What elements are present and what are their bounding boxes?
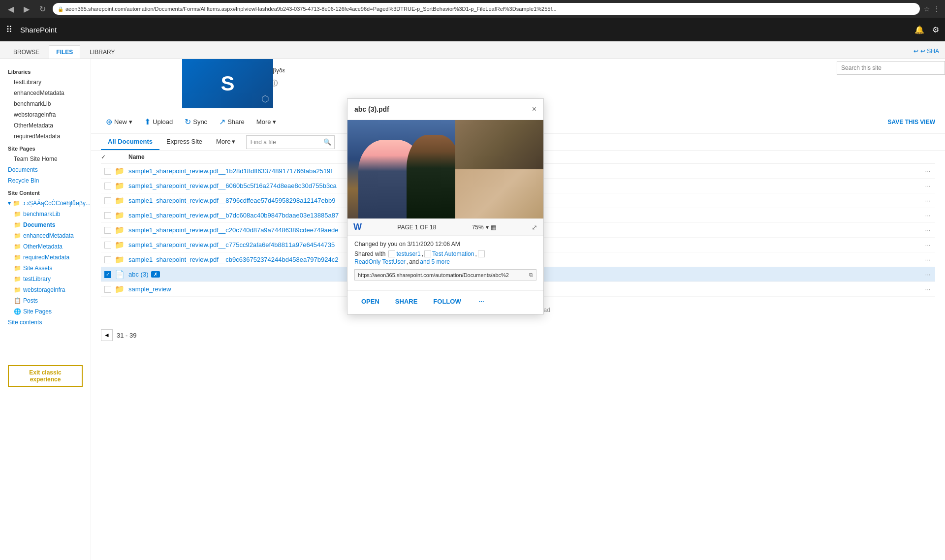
file-checkbox[interactable] [101,197,115,204]
exit-classic-button[interactable]: Exit classic experience [8,365,83,387]
file-checkbox[interactable] [101,168,115,175]
file-more-menu[interactable]: ··· [920,226,935,234]
file-checkbox[interactable]: ✓ [101,271,115,278]
sidebar-item-benchmarklib[interactable]: benchmarkLib [0,98,91,109]
shared-user-1[interactable]: testuser1 [396,250,420,257]
checkbox[interactable] [104,242,111,249]
preview-close-button[interactable]: × [532,105,536,114]
file-more-menu[interactable]: ··· [920,197,935,204]
file-checkbox[interactable] [101,227,115,234]
sidebar-item-recycle-bin[interactable]: Recycle Bin [0,175,91,186]
open-button[interactable]: OPEN [354,295,386,308]
sidebar-item-othermetadata2[interactable]: 📁 OtherMetadata [0,241,91,252]
bell-icon[interactable]: 🔔 [914,25,924,34]
settings-icon[interactable]: ⚙ [932,25,939,34]
file-checkbox[interactable] [101,256,115,263]
share-button[interactable]: SHARE [388,295,425,308]
pagination: ◄ 31 - 39 [91,323,945,347]
sidebar-item-webstorage2[interactable]: 📁 webstoragelnfra [0,284,91,295]
sidebar-item-siteassets[interactable]: 📁 Site Assets [0,263,91,274]
file-more-menu[interactable]: ··· [920,182,935,189]
sidebar-item-othermetadata[interactable]: OtherMetadata [0,120,91,131]
back-button[interactable]: ◀ [5,3,17,15]
save-view-button[interactable]: SAVE THIS VIEW [888,119,935,125]
file-more-menu[interactable]: ··· [920,256,935,263]
sidebar-item-teamsitehome[interactable]: Team Site Home [0,154,91,164]
new-button[interactable]: ⊕ New ▾ [101,114,137,129]
more-users-link[interactable]: and 5 more [420,258,450,265]
sidebar-item-benchmarklib2[interactable]: 📁 benchmarkLib [0,209,91,219]
sidebar-item-documents2[interactable]: 📁 Documents [0,219,91,230]
ribbon-share[interactable]: ↩ ↩ SHA [914,48,939,59]
more-actions-button[interactable]: ··· [472,295,491,308]
file-more-menu[interactable]: ··· [920,241,935,249]
sidebar-item-documents[interactable]: Documents [0,164,91,175]
follow-button[interactable]: FOLLOW [426,295,468,308]
share-button[interactable]: ↗ Share [214,114,250,129]
checkbox[interactable] [104,286,111,293]
tab-all-documents[interactable]: All Documents [101,134,159,150]
more-label: More [256,118,271,125]
waffle-icon[interactable]: ⠿ [6,24,12,35]
tab-library[interactable]: LIBRARY [82,45,122,59]
sidebar-item-sitecontents[interactable]: Site contents [0,317,91,328]
zoom-dropdown[interactable]: ▾ [486,224,489,231]
shared-user-3[interactable]: ReadOnly TestUser [354,258,406,265]
sidebar-item-testlibrary[interactable]: testLibrary [0,77,91,88]
checkbox[interactable] [104,197,111,204]
sidebar-item-enhancedmetadata[interactable]: enhancedMetadata [0,88,91,98]
checkbox[interactable] [104,168,111,175]
checkbox[interactable] [104,183,111,189]
sidebar-item-webstorage[interactable]: webstoragelnfra [0,109,91,120]
checkbox[interactable] [104,256,111,263]
tab-browse[interactable]: BROWSE [6,45,47,59]
file-checkbox[interactable] [101,212,115,219]
browser-actions: ☆ ⋮ [924,5,940,13]
checkbox[interactable] [104,212,111,219]
file-checkbox[interactable] [101,242,115,249]
browser-menu-button[interactable]: ⋮ [933,5,940,13]
sidebar-item-requiredmetadata2[interactable]: 📁 requiredMetadata [0,252,91,263]
bookmark-button[interactable]: ☆ [924,5,930,13]
sidebar-item-enhancedmetadata2[interactable]: 📁 enhancedMetadata [0,230,91,241]
sync-label: Sync [193,118,207,125]
copy-link-icon[interactable]: ⧉ [529,272,533,278]
expand-icon[interactable]: ⤢ [532,223,537,231]
sp-header: ⠿ SharePoint 🔔 ⚙ [0,18,945,41]
folder-icon: 📁 [115,284,128,294]
share-icon: ↩ [914,48,918,55]
zoom-value: 75% [472,224,484,231]
upload-button[interactable]: ⬆ Upload [139,114,178,129]
tab-express-site[interactable]: Express Site [159,134,209,150]
tab-more[interactable]: More ▾ [209,134,242,150]
prev-page-button[interactable]: ◄ [101,329,113,341]
checkbox[interactable]: ✓ [104,271,111,278]
file-more-menu[interactable]: ··· [920,271,935,278]
sidebar-item-sitepages[interactable]: 🌐 Site Pages [0,306,91,317]
sidebar-item-root-expanded[interactable]: ▾ 📁 ɔɔȘÃĂąĊćĈĊòèħĵlůøβγ... [0,198,91,209]
search-icon: 🔍 [320,138,334,146]
page-info: PAGE 1 OF 18 [397,224,436,231]
file-more-menu[interactable]: ··· [920,212,935,219]
shared-with-label: Shared with [354,250,385,257]
find-file-input[interactable] [247,139,320,146]
search-input[interactable] [837,61,945,75]
sync-button[interactable]: ↻ Sync [180,114,212,129]
more-button[interactable]: More ▾ [252,115,282,128]
url-bar[interactable]: 🔒 aeon365.sharepoint.com/automation/Docu… [53,3,920,15]
file-checkbox[interactable] [101,286,115,293]
sidebar-item-requiredmetadata[interactable]: requiredMetadata [0,131,91,142]
sidebar-item-posts[interactable]: 📋 Posts [0,295,91,306]
shared-user-2[interactable]: Test Automation [432,250,474,257]
browser-bar: ◀ ▶ ↻ 🔒 aeon365.sharepoint.com/automatio… [0,0,945,18]
file-checkbox[interactable] [101,183,115,189]
file-more-menu[interactable]: ··· [920,285,935,293]
file-more-menu[interactable]: ··· [920,167,935,175]
checkbox[interactable] [104,227,111,234]
pdf-icon: 📄 [115,270,128,279]
sidebar-item-testlibrary2[interactable]: 📁 testLibrary [0,274,91,284]
tab-files[interactable]: FILES [49,45,80,59]
reload-button[interactable]: ↻ [36,3,49,15]
person-2 [407,135,455,218]
forward-button[interactable]: ▶ [21,3,32,15]
